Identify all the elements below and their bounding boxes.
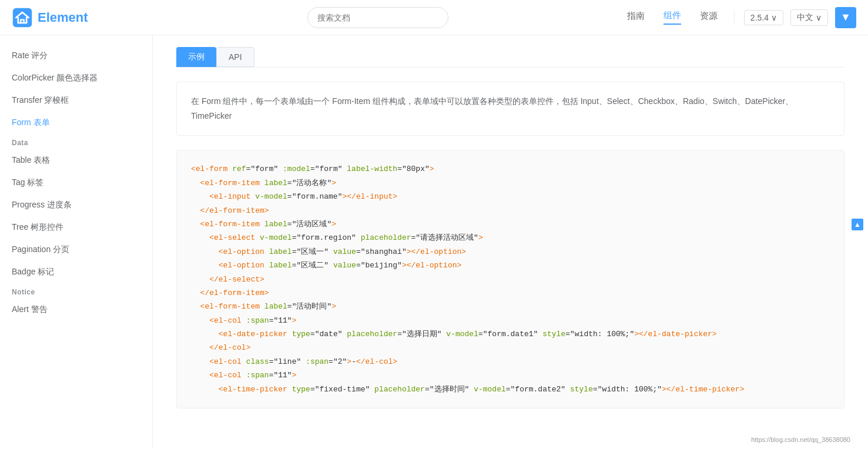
sidebar-item-label: Badge 标记 [12, 267, 54, 277]
header-expand-button[interactable]: ▼ [835, 7, 856, 28]
sidebar-item-label: Transfer 穿梭框 [12, 95, 69, 106]
code-line-12: <el-col :span="11"> [191, 314, 830, 327]
sidebar-item-label: ColorPicker 颜色选择器 [12, 73, 98, 83]
code-line-7: <el-option label="区域一" value="shanghai">… [191, 245, 830, 259]
page-header: Element 指南 组件 资源 2.5.4 ∨ 中文 ∨ ▼ [0, 0, 868, 35]
chevron-down-icon: ▼ [840, 11, 851, 24]
description-box: 在 Form 组件中，每一个表单域由一个 Form-Item 组件构成，表单域中… [176, 82, 844, 136]
sidebar-item-label: Progress 进度条 [12, 200, 72, 210]
logo-text: Element [38, 10, 88, 25]
sidebar-item-colorpicker[interactable]: ColorPicker 颜色选择器 [0, 67, 152, 89]
code-line-3: <el-input v-model="form.name"></el-input… [191, 190, 830, 203]
sidebar-group-notice: Notice [0, 283, 152, 299]
code-line-1: <el-form ref="form" :model="form" label-… [191, 162, 830, 176]
sidebar-item-label: Form 表单 [12, 118, 50, 128]
sidebar-item-tag[interactable]: Tag 标签 [0, 172, 152, 194]
code-line-2: <el-form-item label="活动名称"> [191, 176, 830, 190]
sidebar-item-rate[interactable]: Rate 评分 [0, 45, 152, 67]
tooltip-hint: https://blog.csdn.net/qq_38638080 [751, 436, 850, 443]
code-line-11: <el-form-item label="活动时间"> [191, 300, 830, 313]
language-selector[interactable]: 中文 ∨ [790, 9, 828, 26]
scroll-indicator: ▲ [852, 219, 863, 230]
code-line-16: <el-col :span="11"> [191, 368, 830, 382]
tab-api[interactable]: API [216, 47, 254, 67]
sidebar-item-pagination[interactable]: Pagination 分页 [0, 239, 152, 261]
code-line-10: </el-form-item> [191, 286, 830, 300]
main-content: 示例 API 在 Form 组件中，每一个表单域由一个 Form-Item 组件… [153, 35, 868, 449]
search-input[interactable] [307, 7, 448, 28]
code-line-14: </el-col> [191, 341, 830, 354]
code-line-6: <el-select v-model="form.region" placeho… [191, 231, 830, 244]
code-line-9: </el-select> [191, 273, 830, 286]
main-nav: 指南 组件 资源 [627, 10, 718, 25]
tab-example[interactable]: 示例 [176, 47, 216, 67]
code-line-15: <el-col class="line" :span="2">-</el-col… [191, 355, 830, 368]
version-text: 2.5.4 [750, 13, 769, 22]
language-chevron: ∨ [816, 13, 822, 22]
version-selector[interactable]: 2.5.4 ∨ [744, 10, 783, 25]
code-line-13: <el-date-picker type="date" placeholder=… [191, 327, 830, 341]
nav-components[interactable]: 组件 [663, 10, 681, 25]
sidebar-item-table[interactable]: Table 表格 [0, 149, 152, 172]
logo-area: Element [12, 7, 129, 28]
element-logo-icon [12, 7, 33, 28]
sidebar-item-tree[interactable]: Tree 树形控件 [0, 216, 152, 239]
sidebar-item-label: Rate 评分 [12, 51, 48, 61]
header-right: 2.5.4 ∨ 中文 ∨ ▼ [732, 7, 856, 28]
code-line-4: </el-form-item> [191, 204, 830, 217]
sidebar-item-badge[interactable]: Badge 标记 [0, 261, 152, 283]
description-text: 在 Form 组件中，每一个表单域由一个 Form-Item 组件构成，表单域中… [191, 96, 793, 120]
code-line-17: <el-time-picker type="fixed-time" placeh… [191, 383, 830, 396]
sidebar-item-label: Tag 标签 [12, 177, 43, 188]
sidebar-item-label: Tree 树形控件 [12, 222, 63, 233]
sidebar: Rate 评分 ColorPicker 颜色选择器 Transfer 穿梭框 F… [0, 35, 153, 449]
page-layout: Rate 评分 ColorPicker 颜色选择器 Transfer 穿梭框 F… [0, 35, 868, 449]
sidebar-item-alert[interactable]: Alert 警告 [0, 299, 152, 321]
language-text: 中文 [797, 12, 813, 23]
code-block: <el-form ref="form" :model="form" label-… [176, 150, 844, 408]
sidebar-item-transfer[interactable]: Transfer 穿梭框 [0, 89, 152, 112]
tab-bar: 示例 API [176, 35, 844, 68]
sidebar-item-form[interactable]: Form 表单 [0, 112, 152, 134]
version-chevron: ∨ [771, 13, 777, 22]
sidebar-item-label: Table 表格 [12, 155, 50, 166]
sidebar-item-label: Pagination 分页 [12, 244, 69, 255]
scroll-up-button[interactable]: ▲ [852, 219, 863, 230]
search-area [129, 7, 627, 28]
sidebar-item-progress[interactable]: Progress 进度条 [0, 194, 152, 216]
nav-guide[interactable]: 指南 [627, 11, 645, 24]
sidebar-group-data: Data [0, 134, 152, 149]
nav-resources[interactable]: 资源 [700, 11, 718, 24]
divider [734, 11, 735, 25]
code-line-5: <el-form-item label="活动区域"> [191, 217, 830, 231]
code-line-8: <el-option label="区域二" value="beijing"><… [191, 259, 830, 272]
sidebar-item-label: Alert 警告 [12, 304, 48, 315]
